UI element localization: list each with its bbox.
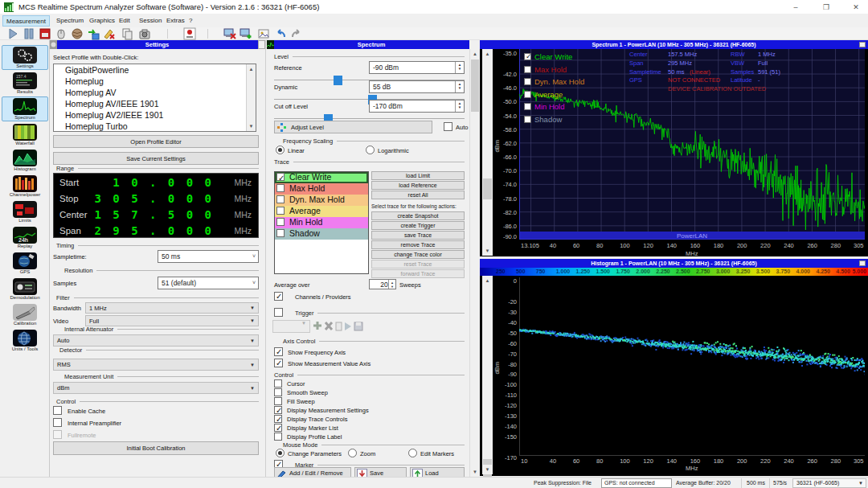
checkbox-cursor[interactable] xyxy=(274,379,282,388)
sidebar-item-gps[interactable]: GPS xyxy=(2,251,48,276)
histogram-view-vscrollbar[interactable]: ▲ ▼ xyxy=(482,276,493,474)
action-create-snapshot-button[interactable]: create Snapshot xyxy=(371,211,465,220)
action-reset-all-button[interactable]: reset All xyxy=(371,191,465,199)
trace-row-min-hold[interactable]: Min Hold xyxy=(275,217,368,228)
scroll-down-icon[interactable]: ▼ xyxy=(247,121,256,131)
cutoff-spinbox[interactable]: -170 dBm▲▼ xyxy=(369,100,465,113)
reference-spin-buttons[interactable]: ▲▼ xyxy=(455,62,464,73)
checkbox-enable-cache[interactable] xyxy=(53,406,62,415)
legend-checkbox[interactable] xyxy=(524,103,531,110)
minimize-icon[interactable]: – xyxy=(784,0,808,14)
profile-list-scrollbar[interactable]: ▲▼ xyxy=(246,64,256,131)
trace-checkbox[interactable] xyxy=(276,229,285,237)
scroll-up-icon[interactable]: ▲ xyxy=(470,49,480,59)
sidebar-item-limits[interactable]: Limits xyxy=(2,199,48,224)
samples-select[interactable]: 51 (default)˅ xyxy=(158,277,259,289)
hotkey-icon[interactable] xyxy=(183,27,196,40)
pause-icon[interactable] xyxy=(23,27,35,40)
profile-item[interactable]: Homeplug AV/IEEE 1901 xyxy=(54,98,256,109)
channels-providers-checkbox[interactable] xyxy=(274,292,283,301)
sidebar-item-channelpower[interactable]: Channelpower xyxy=(2,174,48,199)
record-icon[interactable] xyxy=(39,27,51,40)
sidebar-item-settings[interactable]: Settings xyxy=(2,45,48,70)
action-change-trace-color-button[interactable]: change Trace color xyxy=(371,250,465,259)
sidebar-item-demodulation[interactable]: Demodulation xyxy=(2,277,48,301)
sidebar-item-spectrum[interactable]: Spectrum xyxy=(2,96,48,121)
sidebar-item-calibration[interactable]: Calibration xyxy=(2,302,48,327)
profile-item[interactable]: Homeplug xyxy=(54,76,256,87)
trace-row-clear-write[interactable]: Clear Write xyxy=(275,172,368,183)
checkbox-display-profile-label[interactable] xyxy=(274,433,282,441)
reference-spinbox[interactable]: -90 dBm▲▼ xyxy=(369,61,465,74)
transfer-icon[interactable] xyxy=(87,27,100,40)
action-load-limit-button[interactable]: load Limit xyxy=(371,171,465,180)
scroll-up-icon[interactable]: ▲ xyxy=(482,49,493,59)
menu-item-edit[interactable]: Edit xyxy=(116,15,133,27)
legend-checkbox[interactable] xyxy=(524,66,531,73)
brush-delete-icon[interactable] xyxy=(103,27,116,40)
trace-checkbox[interactable] xyxy=(276,173,285,181)
sidebar-item-results[interactable]: 157.4Results xyxy=(2,71,48,96)
profile-item[interactable]: Homeplug Turbo xyxy=(54,121,256,132)
play-icon[interactable] xyxy=(6,27,19,40)
action-reset-trace-button[interactable]: reset Trace xyxy=(371,260,465,269)
checkbox-fullremote[interactable] xyxy=(53,430,62,439)
checkbox-show-measurement-value-axis[interactable] xyxy=(274,359,283,367)
sampletime-select[interactable]: 50 ms˅ xyxy=(158,250,259,263)
radio-zoom[interactable] xyxy=(348,449,357,457)
average-spin-buttons[interactable]: ▲▼ xyxy=(388,280,395,289)
scrollbar-thumb[interactable] xyxy=(483,178,492,199)
image-icon[interactable] xyxy=(257,27,270,40)
menu-item-spectrum[interactable]: Spectrum xyxy=(53,15,87,27)
video-select[interactable]: Full▼ xyxy=(85,315,259,326)
checkbox-display-marker-list[interactable] xyxy=(274,424,282,432)
trace-checkbox[interactable] xyxy=(276,207,285,215)
trace-row-max-hold[interactable]: Max Hold xyxy=(275,183,368,195)
trace-row-average[interactable]: Average xyxy=(275,206,368,217)
maximize-icon[interactable]: ❐ xyxy=(814,0,838,14)
sidebar-item-replay[interactable]: 24hReplay xyxy=(2,225,48,250)
radio-logarithmic[interactable] xyxy=(366,146,375,154)
dynamic-spin-buttons[interactable]: ▲▼ xyxy=(455,81,464,92)
unit-select[interactable]: dBm▼ xyxy=(53,382,259,394)
histogram-view-caption[interactable]: Histogram 1 - PowerLAN (10 MHz - 305 MHz… xyxy=(480,259,868,268)
reference-slider-handle[interactable] xyxy=(334,76,342,85)
legend-checkbox[interactable] xyxy=(524,78,531,85)
trace-checkbox[interactable] xyxy=(276,218,285,226)
device-select[interactable]: 36321 (HF-6065)▼ xyxy=(792,478,866,488)
auto-checkbox[interactable] xyxy=(444,122,452,131)
action-forward-trace-button[interactable]: forward Trace xyxy=(371,269,465,278)
trace-list[interactable]: Clear WriteMax HoldDyn. Max HoldAverageM… xyxy=(274,171,369,274)
checkbox-display-trace-controls[interactable] xyxy=(274,415,282,423)
sidebar-item-waterfall[interactable]: Waterfall xyxy=(2,122,48,147)
histogram-chart[interactable] xyxy=(519,277,865,456)
trace-row-shadow[interactable]: Shadow xyxy=(275,228,368,240)
legend-checkbox[interactable] xyxy=(524,91,531,98)
trace-checkbox[interactable] xyxy=(276,184,285,192)
scroll-down-icon[interactable]: ▼ xyxy=(482,465,493,474)
spectrum-view-caption[interactable]: Spectrum 1 - PowerLAN (10 MHz - 305 MHz)… xyxy=(480,40,868,49)
open-profile-editor-button[interactable]: Open Profile Editor xyxy=(53,135,259,148)
cutoff-spin-buttons[interactable]: ▲▼ xyxy=(455,100,464,112)
monitor-remove-icon[interactable] xyxy=(223,27,236,40)
legend-checkbox[interactable] xyxy=(524,116,531,123)
initial-boot-calibration-button[interactable]: Initial Boot Calibration xyxy=(53,441,259,455)
trace-row-dyn-max-hold[interactable]: Dyn. Max Hold xyxy=(275,195,368,206)
undo-icon[interactable] xyxy=(274,27,287,40)
adjust-level-button[interactable]: Adjust Level xyxy=(274,121,432,133)
histogram-view-mini-button[interactable] xyxy=(859,260,866,266)
scrollbar-thumb[interactable] xyxy=(471,59,479,112)
scroll-down-icon[interactable]: ▼ xyxy=(470,467,480,477)
profile-item[interactable]: GigabitPowerline xyxy=(54,64,256,76)
menu-item-[interactable]: ? xyxy=(186,15,195,27)
settings-panel-caption[interactable]: Settings xyxy=(56,40,258,49)
radio-linear[interactable] xyxy=(276,146,285,154)
camera-icon[interactable] xyxy=(138,27,151,40)
monitor-add-icon[interactable] xyxy=(240,27,252,40)
sidebar-item-histogram[interactable]: Histogram xyxy=(2,148,48,173)
close-icon[interactable]: ✕ xyxy=(844,0,868,14)
average-spinbox[interactable]: 20▲▼ xyxy=(369,279,396,289)
settings-caption-button[interactable] xyxy=(258,40,265,49)
sidebar-item-units-tools[interactable]: Units / Tools xyxy=(2,328,48,353)
radio-edit-markers[interactable] xyxy=(408,449,417,457)
